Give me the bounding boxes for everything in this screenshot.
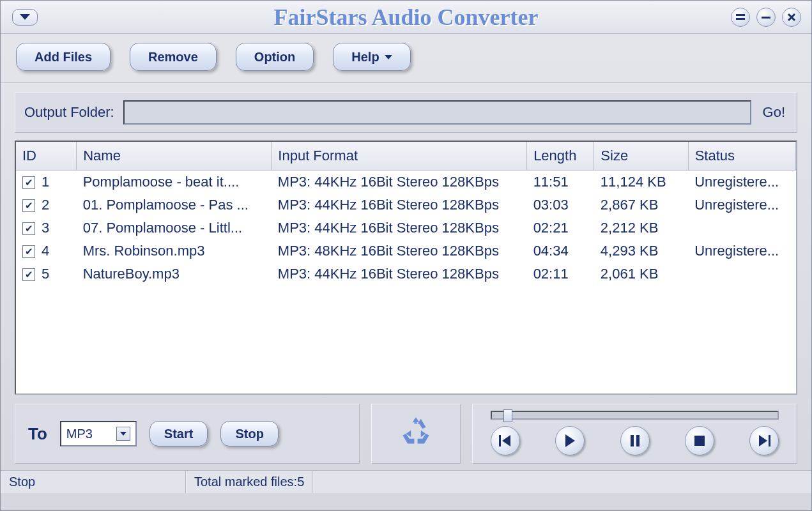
file-table: ID Name Input Format Length Size Status … bbox=[16, 142, 796, 286]
add-files-button[interactable]: Add Files bbox=[16, 43, 111, 71]
slider-thumb[interactable] bbox=[503, 409, 512, 422]
row-status bbox=[688, 217, 795, 240]
app-title: FairStars Audio Converter bbox=[1, 4, 811, 31]
remove-button[interactable]: Remove bbox=[130, 43, 217, 71]
svg-marker-7 bbox=[565, 434, 575, 447]
recycle-button[interactable] bbox=[371, 404, 461, 464]
skip-forward-icon bbox=[758, 435, 770, 446]
svg-rect-9 bbox=[636, 435, 640, 446]
svg-rect-5 bbox=[499, 435, 501, 446]
chevron-down-icon bbox=[385, 55, 392, 59]
window-controls bbox=[731, 8, 801, 27]
row-status: Unregistere... bbox=[688, 194, 795, 217]
output-folder-panel: Output Folder: Go! bbox=[15, 92, 797, 133]
row-size: 11,124 KB bbox=[594, 170, 688, 194]
row-input-format: MP3: 44KHz 16Bit Stereo 128KBps bbox=[272, 217, 527, 240]
row-size: 2,212 KB bbox=[594, 217, 688, 240]
skip-back-icon bbox=[499, 435, 512, 446]
row-length: 02:21 bbox=[527, 217, 594, 240]
table-row[interactable]: ✔5NatureBoy.mp3MP3: 44KHz 16Bit Stereo 1… bbox=[16, 263, 796, 286]
output-folder-input[interactable] bbox=[123, 100, 751, 125]
row-length: 02:11 bbox=[527, 263, 594, 286]
table-row[interactable]: ✔201. Pomplamoose - Pas ...MP3: 44KHz 16… bbox=[16, 194, 796, 217]
column-header-length[interactable]: Length bbox=[527, 142, 594, 170]
row-input-format: MP3: 48KHz 16Bit Stereo 128KBps bbox=[272, 240, 527, 263]
main-menu-button[interactable] bbox=[12, 9, 38, 26]
row-id: 3 bbox=[42, 220, 49, 236]
row-input-format: MP3: 44KHz 16Bit Stereo 128KBps bbox=[272, 194, 527, 217]
playback-slider[interactable] bbox=[491, 411, 779, 420]
tray-icon bbox=[736, 14, 745, 20]
help-button[interactable]: Help bbox=[333, 43, 410, 71]
row-size: 2,867 KB bbox=[594, 194, 688, 217]
play-button[interactable] bbox=[555, 426, 585, 455]
svg-marker-11 bbox=[759, 435, 767, 446]
row-name: 07. Pomplamoose - Littl... bbox=[77, 217, 272, 240]
row-name: 01. Pomplamoose - Pas ... bbox=[77, 194, 272, 217]
table-row[interactable]: ✔1Pomplamoose - beat it....MP3: 44KHz 16… bbox=[16, 170, 796, 194]
row-id: 1 bbox=[42, 174, 49, 190]
column-header-name[interactable]: Name bbox=[77, 142, 272, 170]
column-header-input-format[interactable]: Input Format bbox=[272, 142, 527, 170]
row-length: 04:34 bbox=[527, 240, 594, 263]
row-checkbox[interactable]: ✔ bbox=[22, 245, 35, 258]
dropdown-button bbox=[116, 427, 130, 441]
statusbar: Stop Total marked files:5 bbox=[1, 470, 811, 493]
stop-button[interactable]: Stop bbox=[220, 421, 278, 446]
option-button[interactable]: Option bbox=[236, 43, 314, 71]
status-state: Stop bbox=[1, 471, 186, 493]
svg-rect-1 bbox=[736, 18, 745, 20]
app-window: FairStars Audio Converter Add Files Remo… bbox=[0, 0, 812, 511]
row-checkbox[interactable]: ✔ bbox=[22, 268, 35, 281]
go-button[interactable]: Go! bbox=[760, 104, 788, 121]
pause-icon bbox=[630, 435, 640, 446]
close-icon bbox=[787, 13, 796, 22]
row-name: Pomplamoose - beat it.... bbox=[77, 170, 272, 194]
row-input-format: MP3: 44KHz 16Bit Stereo 128KBps bbox=[272, 170, 527, 194]
recycle-icon bbox=[396, 414, 436, 454]
row-size: 4,293 KB bbox=[594, 240, 688, 263]
column-header-id[interactable]: ID bbox=[16, 142, 77, 170]
row-name: Mrs. Robinson.mp3 bbox=[77, 240, 272, 263]
play-icon bbox=[564, 434, 576, 447]
titlebar: FairStars Audio Converter bbox=[1, 1, 811, 34]
stop-playback-button[interactable] bbox=[685, 426, 714, 455]
output-format-value: MP3 bbox=[66, 427, 93, 441]
start-button[interactable]: Start bbox=[149, 421, 208, 446]
output-folder-label: Output Folder: bbox=[24, 104, 114, 121]
toolbar: Add Files Remove Option Help bbox=[1, 34, 811, 83]
svg-marker-6 bbox=[502, 435, 510, 446]
table-row[interactable]: ✔307. Pomplamoose - Littl...MP3: 44KHz 1… bbox=[16, 217, 796, 240]
to-label: To bbox=[28, 424, 47, 444]
row-id: 4 bbox=[42, 243, 49, 259]
tray-button[interactable] bbox=[731, 8, 750, 27]
row-checkbox[interactable]: ✔ bbox=[22, 176, 35, 189]
stop-icon bbox=[694, 436, 705, 446]
chevron-down-icon bbox=[120, 432, 126, 436]
minimize-icon bbox=[762, 13, 770, 22]
column-header-status[interactable]: Status bbox=[688, 142, 795, 170]
file-list-panel: ID Name Input Format Length Size Status … bbox=[15, 141, 797, 395]
row-status: Unregistere... bbox=[688, 240, 795, 263]
row-id: 5 bbox=[42, 266, 49, 282]
row-checkbox[interactable]: ✔ bbox=[22, 222, 35, 235]
next-button[interactable] bbox=[749, 426, 779, 455]
table-row[interactable]: ✔4Mrs. Robinson.mp3MP3: 48KHz 16Bit Ster… bbox=[16, 240, 796, 263]
pause-button[interactable] bbox=[620, 426, 650, 455]
row-length: 03:03 bbox=[527, 194, 594, 217]
prev-button[interactable] bbox=[491, 426, 520, 455]
svg-rect-10 bbox=[694, 436, 705, 446]
convert-group: To MP3 Start Stop bbox=[15, 404, 360, 464]
svg-rect-0 bbox=[736, 14, 745, 16]
output-format-select[interactable]: MP3 bbox=[60, 421, 137, 446]
minimize-button[interactable] bbox=[756, 8, 776, 27]
row-size: 2,061 KB bbox=[594, 263, 688, 286]
status-marked-count: Total marked files:5 bbox=[186, 471, 312, 493]
row-input-format: MP3: 44KHz 16Bit Stereo 128KBps bbox=[272, 263, 527, 286]
close-button[interactable] bbox=[782, 8, 801, 27]
row-checkbox[interactable]: ✔ bbox=[22, 199, 35, 212]
chevron-down-icon bbox=[20, 14, 30, 20]
row-status: Unregistere... bbox=[688, 170, 795, 194]
bottom-panel: To MP3 Start Stop bbox=[15, 404, 797, 464]
column-header-size[interactable]: Size bbox=[594, 142, 688, 170]
